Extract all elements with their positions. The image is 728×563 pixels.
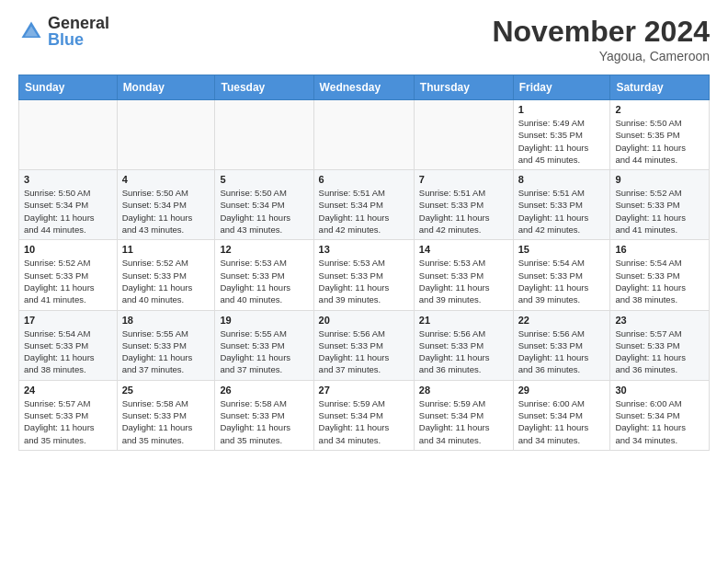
day-info: Sunrise: 5:52 AM Sunset: 5:33 PM Dayligh… bbox=[122, 257, 210, 305]
calendar-cell: 23Sunrise: 5:57 AM Sunset: 5:33 PM Dayli… bbox=[610, 310, 710, 380]
day-number: 5 bbox=[220, 174, 308, 185]
calendar-cell: 4Sunrise: 5:50 AM Sunset: 5:34 PM Daylig… bbox=[117, 170, 215, 240]
calendar-week-row: 1Sunrise: 5:49 AM Sunset: 5:35 PM Daylig… bbox=[19, 100, 710, 170]
weekday-header: Tuesday bbox=[215, 75, 313, 100]
day-info: Sunrise: 5:56 AM Sunset: 5:33 PM Dayligh… bbox=[319, 327, 409, 376]
day-number: 21 bbox=[419, 315, 508, 326]
calendar-cell: 26Sunrise: 5:58 AM Sunset: 5:33 PM Dayli… bbox=[215, 380, 313, 450]
day-info: Sunrise: 5:50 AM Sunset: 5:34 PM Dayligh… bbox=[122, 187, 210, 236]
location-title: Yagoua, Cameroon bbox=[492, 49, 710, 63]
logo-general: General bbox=[48, 15, 109, 31]
weekday-header: Saturday bbox=[610, 75, 710, 100]
header: General Blue November 2024 Yagoua, Camer… bbox=[18, 15, 710, 63]
day-info: Sunrise: 5:50 AM Sunset: 5:35 PM Dayligh… bbox=[615, 117, 704, 166]
day-info: Sunrise: 5:52 AM Sunset: 5:33 PM Dayligh… bbox=[24, 257, 112, 305]
day-number: 10 bbox=[24, 244, 112, 255]
weekday-header-row: SundayMondayTuesdayWednesdayThursdayFrid… bbox=[19, 75, 710, 100]
weekday-header: Monday bbox=[117, 75, 215, 100]
day-number: 9 bbox=[615, 174, 704, 185]
day-number: 14 bbox=[419, 244, 508, 255]
calendar-cell bbox=[313, 100, 414, 170]
day-info: Sunrise: 5:57 AM Sunset: 5:33 PM Dayligh… bbox=[24, 397, 112, 446]
day-number: 1 bbox=[518, 104, 606, 115]
calendar-cell: 30Sunrise: 6:00 AM Sunset: 5:34 PM Dayli… bbox=[610, 380, 710, 450]
day-info: Sunrise: 5:56 AM Sunset: 5:33 PM Dayligh… bbox=[419, 327, 508, 376]
day-info: Sunrise: 5:55 AM Sunset: 5:33 PM Dayligh… bbox=[220, 327, 308, 376]
day-info: Sunrise: 5:50 AM Sunset: 5:34 PM Dayligh… bbox=[24, 187, 112, 236]
day-number: 15 bbox=[518, 244, 606, 255]
page: General Blue November 2024 Yagoua, Camer… bbox=[0, 0, 728, 460]
day-number: 18 bbox=[122, 315, 210, 326]
day-info: Sunrise: 5:53 AM Sunset: 5:33 PM Dayligh… bbox=[419, 257, 508, 305]
day-number: 28 bbox=[419, 385, 508, 396]
calendar-cell: 22Sunrise: 5:56 AM Sunset: 5:33 PM Dayli… bbox=[513, 310, 610, 380]
calendar-cell: 25Sunrise: 5:58 AM Sunset: 5:33 PM Dayli… bbox=[117, 380, 215, 450]
calendar-cell: 28Sunrise: 5:59 AM Sunset: 5:34 PM Dayli… bbox=[414, 380, 513, 450]
calendar-cell: 9Sunrise: 5:52 AM Sunset: 5:33 PM Daylig… bbox=[610, 170, 710, 240]
calendar-cell: 6Sunrise: 5:51 AM Sunset: 5:34 PM Daylig… bbox=[313, 170, 414, 240]
day-info: Sunrise: 5:54 AM Sunset: 5:33 PM Dayligh… bbox=[24, 327, 112, 376]
day-info: Sunrise: 5:54 AM Sunset: 5:33 PM Dayligh… bbox=[518, 257, 606, 305]
calendar-cell: 8Sunrise: 5:51 AM Sunset: 5:33 PM Daylig… bbox=[513, 170, 610, 240]
day-number: 13 bbox=[319, 244, 409, 255]
day-number: 19 bbox=[220, 315, 308, 326]
day-info: Sunrise: 5:58 AM Sunset: 5:33 PM Dayligh… bbox=[122, 397, 210, 446]
day-info: Sunrise: 5:56 AM Sunset: 5:33 PM Dayligh… bbox=[518, 327, 606, 376]
day-info: Sunrise: 5:51 AM Sunset: 5:34 PM Dayligh… bbox=[319, 187, 409, 236]
day-info: Sunrise: 5:52 AM Sunset: 5:33 PM Dayligh… bbox=[615, 187, 704, 236]
day-number: 3 bbox=[24, 174, 112, 185]
calendar: SundayMondayTuesdayWednesdayThursdayFrid… bbox=[18, 75, 710, 451]
day-info: Sunrise: 5:55 AM Sunset: 5:33 PM Dayligh… bbox=[122, 327, 210, 376]
day-info: Sunrise: 5:51 AM Sunset: 5:33 PM Dayligh… bbox=[419, 187, 508, 236]
weekday-header: Friday bbox=[513, 75, 610, 100]
day-number: 8 bbox=[518, 174, 606, 185]
day-number: 24 bbox=[24, 385, 112, 396]
calendar-week-row: 17Sunrise: 5:54 AM Sunset: 5:33 PM Dayli… bbox=[19, 310, 710, 380]
calendar-cell: 17Sunrise: 5:54 AM Sunset: 5:33 PM Dayli… bbox=[19, 310, 118, 380]
calendar-week-row: 10Sunrise: 5:52 AM Sunset: 5:33 PM Dayli… bbox=[19, 240, 710, 310]
day-number: 6 bbox=[319, 174, 409, 185]
day-info: Sunrise: 5:54 AM Sunset: 5:33 PM Dayligh… bbox=[615, 257, 704, 305]
calendar-cell bbox=[414, 100, 513, 170]
day-info: Sunrise: 5:49 AM Sunset: 5:35 PM Dayligh… bbox=[518, 117, 606, 166]
calendar-cell: 16Sunrise: 5:54 AM Sunset: 5:33 PM Dayli… bbox=[610, 240, 710, 310]
day-number: 11 bbox=[122, 244, 210, 255]
day-info: Sunrise: 6:00 AM Sunset: 5:34 PM Dayligh… bbox=[615, 397, 704, 446]
day-number: 29 bbox=[518, 385, 606, 396]
day-number: 23 bbox=[615, 315, 704, 326]
day-number: 26 bbox=[220, 385, 308, 396]
calendar-cell: 19Sunrise: 5:55 AM Sunset: 5:33 PM Dayli… bbox=[215, 310, 313, 380]
day-info: Sunrise: 5:50 AM Sunset: 5:34 PM Dayligh… bbox=[220, 187, 308, 236]
calendar-cell: 1Sunrise: 5:49 AM Sunset: 5:35 PM Daylig… bbox=[513, 100, 610, 170]
weekday-header: Sunday bbox=[19, 75, 118, 100]
day-number: 17 bbox=[24, 315, 112, 326]
calendar-cell: 18Sunrise: 5:55 AM Sunset: 5:33 PM Dayli… bbox=[117, 310, 215, 380]
calendar-cell: 3Sunrise: 5:50 AM Sunset: 5:34 PM Daylig… bbox=[19, 170, 118, 240]
logo-blue: Blue bbox=[48, 31, 109, 48]
day-info: Sunrise: 5:59 AM Sunset: 5:34 PM Dayligh… bbox=[319, 397, 409, 446]
day-number: 22 bbox=[518, 315, 606, 326]
logo-icon bbox=[18, 18, 44, 44]
day-info: Sunrise: 6:00 AM Sunset: 5:34 PM Dayligh… bbox=[518, 397, 606, 446]
calendar-cell: 27Sunrise: 5:59 AM Sunset: 5:34 PM Dayli… bbox=[313, 380, 414, 450]
day-info: Sunrise: 5:51 AM Sunset: 5:33 PM Dayligh… bbox=[518, 187, 606, 236]
calendar-cell: 12Sunrise: 5:53 AM Sunset: 5:33 PM Dayli… bbox=[215, 240, 313, 310]
day-number: 2 bbox=[615, 104, 704, 115]
calendar-cell: 7Sunrise: 5:51 AM Sunset: 5:33 PM Daylig… bbox=[414, 170, 513, 240]
weekday-header: Wednesday bbox=[313, 75, 414, 100]
day-number: 25 bbox=[122, 385, 210, 396]
calendar-cell bbox=[19, 100, 118, 170]
calendar-cell: 13Sunrise: 5:53 AM Sunset: 5:33 PM Dayli… bbox=[313, 240, 414, 310]
day-info: Sunrise: 5:58 AM Sunset: 5:33 PM Dayligh… bbox=[220, 397, 308, 446]
calendar-cell: 5Sunrise: 5:50 AM Sunset: 5:34 PM Daylig… bbox=[215, 170, 313, 240]
calendar-cell: 21Sunrise: 5:56 AM Sunset: 5:33 PM Dayli… bbox=[414, 310, 513, 380]
month-title: November 2024 bbox=[492, 15, 710, 49]
day-number: 12 bbox=[220, 244, 308, 255]
calendar-cell: 20Sunrise: 5:56 AM Sunset: 5:33 PM Dayli… bbox=[313, 310, 414, 380]
logo-text: General Blue bbox=[48, 15, 109, 48]
day-info: Sunrise: 5:53 AM Sunset: 5:33 PM Dayligh… bbox=[319, 257, 409, 305]
day-number: 7 bbox=[419, 174, 508, 185]
day-number: 27 bbox=[319, 385, 409, 396]
title-block: November 2024 Yagoua, Cameroon bbox=[492, 15, 710, 63]
calendar-cell: 10Sunrise: 5:52 AM Sunset: 5:33 PM Dayli… bbox=[19, 240, 118, 310]
